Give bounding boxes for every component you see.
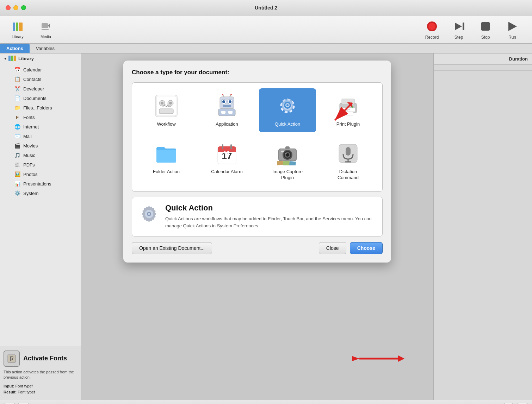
sidebar-items: 📅 Calendar 📋 Contacts ✂️ Developer 📄 Doc… [0,63,81,346]
sidebar-item-label: System [23,191,38,196]
svg-rect-67 [281,151,284,152]
documents-icon: 📄 [14,95,20,101]
doc-type-image-capture[interactable]: Image CapturePlugin [259,136,316,186]
svg-point-27 [222,100,225,103]
sidebar-item-label: Calendar [23,67,42,72]
sidebar-item-files-folders[interactable]: 📁 Files...Folders [1,103,79,112]
down-button[interactable]: ▼ [18,403,29,404]
svg-rect-13 [11,56,13,61]
sidebar-item-contacts[interactable]: 📋 Contacts [1,75,79,84]
doc-type-folder-action[interactable]: Folder Action [138,136,195,186]
duration-header: Duration [434,53,532,65]
svg-rect-10 [481,22,490,31]
library-button[interactable]: Library [7,18,28,42]
doc-type-application[interactable]: Application [198,88,255,132]
svg-rect-58 [222,144,223,149]
close-button[interactable] [6,5,11,10]
print-plugin-icon [335,93,361,119]
calendar-alarm-icon: 17 JUL [214,141,240,166]
action-info-header: F Activate Fonts [4,351,77,367]
doc-type-print-plugin[interactable]: Print Plugin [320,88,377,132]
application-icon [214,93,240,119]
media-button[interactable]: Media [35,18,56,42]
quick-action-icon [275,93,300,119]
svg-rect-68 [285,146,290,149]
svg-text:F: F [10,355,14,362]
right-panel: Duration [433,53,532,400]
calendar-icon: 📅 [14,67,20,73]
open-existing-button[interactable]: Open an Existing Document... [132,242,212,254]
stop-icon [478,19,493,33]
sidebar-item-fonts[interactable]: F Fonts [1,113,79,122]
library-icon [11,20,24,33]
record-button[interactable]: Record [419,17,445,43]
stop-button[interactable]: Stop [473,17,498,43]
activate-fonts-title: Activate Fonts [23,355,67,362]
library-colored-icon [8,56,16,61]
sidebar-item-movies[interactable]: 🎬 Movies [1,141,79,150]
duration-cell-1 [434,65,483,70]
step-label: Step [454,35,463,40]
list-view-button[interactable]: ≡ [504,403,513,404]
close-button[interactable]: Close [319,242,346,254]
doc-type-dictation[interactable]: DictationCommand [320,136,377,186]
minimize-button[interactable] [13,5,18,10]
svg-point-28 [229,100,231,103]
record-icon [425,19,439,33]
media-icon [39,20,52,33]
calendar-alarm-label: Calendar Alarm [211,169,243,175]
result-label: Result: [4,390,17,394]
library-header[interactable]: ▼ Library [0,53,81,63]
sidebar-item-photos[interactable]: 🖼️ Photos [1,170,79,179]
fonts-icon: F [14,114,20,120]
sidebar-item-mail[interactable]: ✉️ Mail [1,132,79,141]
svg-point-45 [286,104,289,106]
red-arrow-choose [352,350,405,369]
doc-type-workflow[interactable]: WFLOW Workflow [138,88,195,132]
input-value: Font typef [16,384,33,388]
workflow-icon: WFLOW [154,93,179,119]
dialog-buttons: Open an Existing Document... Close Choos… [132,242,383,254]
tab-actions[interactable]: Actions [0,44,30,53]
image-capture-icon [275,141,300,166]
sidebar-item-music[interactable]: 🎵 Music [1,151,79,160]
sidebar-item-internet[interactable]: 🌐 Internet [1,122,79,131]
grid-view-button[interactable]: ⊞ [517,403,528,404]
sidebar-item-documents[interactable]: 📄 Documents [1,94,79,103]
dialog-title: Choose a type for your document: [132,69,383,76]
step-button[interactable]: Step [446,17,471,43]
sidebar-item-system[interactable]: ⚙️ System [1,189,79,198]
svg-rect-1 [16,23,18,31]
doc-type-calendar-alarm[interactable]: 17 JUL Calendar Alarm [198,136,255,186]
doc-type-quick-action[interactable]: Quick Action [259,88,316,132]
svg-point-35 [222,94,223,95]
svg-rect-0 [13,23,15,31]
svg-point-66 [285,153,287,154]
internet-icon: 🌐 [14,124,20,130]
sidebar-item-label: Internet [23,124,39,130]
tab-variables[interactable]: Variables [30,44,61,53]
sidebar-item-presentations[interactable]: 📊 Presentations [1,179,79,188]
btn-group-right: Close Choose [319,242,383,254]
library-label: Library [12,34,24,39]
svg-marker-8 [455,23,462,30]
content-area: Choose a type for your document: WFLOW [81,53,433,400]
stop-label: Stop [481,35,490,40]
media-label: Media [41,34,51,39]
svg-marker-83 [398,355,404,362]
gear-button[interactable]: ⚙ [4,403,15,404]
sidebar-item-developer[interactable]: ✂️ Developer [1,84,79,93]
sidebar-item-label: Movies [23,143,38,149]
record-label: Record [425,35,439,40]
maximize-button[interactable] [21,5,26,10]
sidebar-item-pdfs[interactable]: 📰 PDFs [1,160,79,169]
sidebar-item-calendar[interactable]: 📅 Calendar [1,65,79,74]
svg-rect-29 [223,105,231,107]
action-info-panel: F Activate Fonts This action activates t… [0,346,81,400]
title-bar: Untitled 2 [0,0,532,15]
quick-action-label: Quick Action [275,121,300,127]
choose-button[interactable]: Choose [350,242,383,254]
run-button[interactable]: Run [500,17,525,43]
svg-rect-2 [19,23,23,31]
tab-bar: Actions Variables [0,44,532,53]
